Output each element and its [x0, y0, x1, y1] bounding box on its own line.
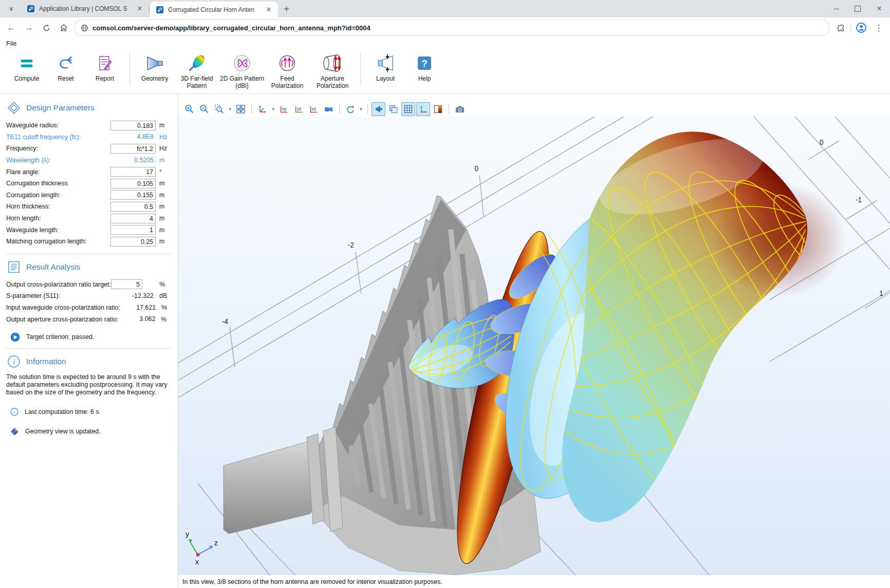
- farfield-3d-button[interactable]: 3D Far-field Pattern: [174, 49, 219, 93]
- chrome-divider: [850, 23, 851, 32]
- parameter-input[interactable]: 1: [110, 225, 156, 235]
- new-tab-button[interactable]: ＋: [282, 3, 291, 14]
- feed-polarization-button[interactable]: Feed Polarization: [265, 49, 310, 93]
- forward-icon[interactable]: →: [22, 21, 36, 35]
- parameter-row: Input waveguide cross-polarization ratio…: [6, 302, 171, 314]
- comsol-favicon-icon: [156, 6, 164, 14]
- parameter-input[interactable]: 17: [110, 167, 156, 177]
- parameter-input[interactable]: 0.5: [110, 202, 156, 212]
- site-info-globe-icon[interactable]: [81, 24, 88, 32]
- geometry-visibility-icon[interactable]: [372, 102, 385, 116]
- svg-text:i: i: [14, 409, 15, 415]
- aperture-polarization-button[interactable]: Aperture Polarization: [310, 49, 355, 93]
- gain-2d-button[interactable]: 2D Gain Pattern (dBi): [219, 49, 265, 93]
- parameter-unit: %: [158, 304, 171, 311]
- zoom-box-dropdown[interactable]: ▾: [227, 107, 233, 111]
- parameter-row: S-parameter (S11): -12.322 dB: [6, 290, 171, 302]
- info-item-text: Last computation time: 6 s: [25, 408, 99, 415]
- svg-text:0: 0: [474, 165, 478, 173]
- zoom-box-icon[interactable]: [212, 102, 226, 116]
- parameter-unit: Hz: [156, 134, 171, 141]
- parameter-input[interactable]: 4: [110, 214, 156, 223]
- parameter-label: Output aperture cross-polarization ratio…: [6, 316, 118, 323]
- parameter-unit: m: [156, 215, 171, 222]
- parameter-input[interactable]: 0.155: [110, 190, 156, 200]
- rotate-icon[interactable]: [343, 102, 357, 116]
- toolbar-separator: [367, 104, 368, 114]
- tab-close-icon[interactable]: ✕: [136, 5, 144, 13]
- parameter-label: Horn thickness:: [6, 203, 110, 210]
- snapshot-camera-icon[interactable]: [453, 102, 467, 116]
- parameter-row: Corrugation length: 0.155 m: [6, 189, 171, 201]
- browser-tab-application-library[interactable]: Application Library | COMSOL S ✕: [21, 0, 149, 17]
- parameter-input[interactable]: 5: [111, 279, 142, 289]
- parameter-unit: m: [156, 226, 171, 234]
- reload-icon[interactable]: [39, 21, 53, 35]
- info-circle-icon: i: [10, 408, 18, 416]
- design-parameters-rows: Waveguide radius: 0.183 m TE11 cutoff fr…: [6, 120, 171, 248]
- graphics-scene-3d[interactable]: 0 -2 -4 0 -1 1: [178, 117, 890, 575]
- parameter-row: TE11 cutoff frequency (fc): 4.8E8 Hz: [6, 131, 171, 143]
- help-button[interactable]: ? Help: [405, 49, 444, 93]
- default-view-icon[interactable]: [255, 102, 269, 116]
- graphics-pane: ▾ ▾ xy yz xz ▾: [178, 94, 890, 588]
- reset-button[interactable]: Reset: [46, 49, 85, 93]
- parameter-row: Matching corrugation length: 0.25 m: [6, 236, 171, 248]
- settings-panel: Design Parameters Waveguide radius: 0.18…: [0, 94, 178, 588]
- parameter-input[interactable]: fc*1.2: [110, 144, 156, 154]
- xy-view-icon[interactable]: xy: [277, 102, 291, 116]
- ribbon-divider: [360, 52, 361, 85]
- parameter-value: 17.621: [120, 303, 158, 313]
- file-menu[interactable]: File: [6, 40, 16, 47]
- rotate-dropdown[interactable]: ▾: [358, 107, 364, 111]
- report-button[interactable]: Report: [85, 49, 124, 93]
- close-window-button[interactable]: ×: [868, 1, 890, 16]
- parameter-input[interactable]: 0.105: [110, 179, 156, 188]
- parameter-unit: %: [157, 316, 171, 323]
- extensions-puzzle-icon[interactable]: [833, 21, 847, 35]
- parameter-unit: Hz: [156, 145, 171, 152]
- url-bar[interactable]: comsol.com/server-demo/app/library_corru…: [74, 20, 830, 36]
- browser-tabstrip: ∨ Application Library | COMSOL S ✕ Corru…: [0, 0, 890, 17]
- compute-button[interactable]: Compute: [7, 49, 46, 93]
- scene-light-icon[interactable]: [322, 102, 336, 116]
- farfield-3d-icon: [187, 52, 207, 74]
- parameter-label: Wavelength (λ):: [6, 157, 110, 164]
- geometry-button[interactable]: Geometry: [135, 49, 174, 93]
- layout-button[interactable]: Layout: [366, 49, 405, 93]
- last-computation-time: i Last computation time: 6 s: [10, 408, 171, 416]
- browser-tab-horn-antenna[interactable]: Corrugated Circular Horn Anten ✕: [150, 2, 278, 17]
- parameter-input[interactable]: 0.25: [110, 237, 156, 246]
- parameter-row: Output aperture cross-polarization ratio…: [6, 313, 171, 325]
- aperture-polarization-icon: [321, 52, 344, 74]
- parameter-unit: m: [156, 238, 171, 245]
- minimize-button[interactable]: [825, 1, 847, 16]
- xz-view-icon[interactable]: xz: [307, 102, 321, 116]
- tab-title: Application Library | COMSOL S: [39, 5, 132, 12]
- transparency-icon[interactable]: [386, 102, 400, 116]
- grid-toggle-icon[interactable]: [401, 102, 415, 116]
- tab-search-chevron-icon[interactable]: ∨: [4, 2, 18, 16]
- parameter-row: Horn thickness: 0.5 m: [6, 201, 171, 213]
- parameter-input[interactable]: 0.183: [110, 121, 156, 130]
- svg-text:1: 1: [879, 290, 883, 297]
- parameter-label: Input waveguide cross-polarization ratio…: [6, 304, 120, 311]
- back-icon[interactable]: ←: [4, 21, 18, 35]
- zoom-extents-icon[interactable]: [234, 102, 248, 116]
- yz-view-icon[interactable]: yz: [292, 102, 306, 116]
- parameter-value: 4.8E8: [110, 132, 156, 142]
- zoom-in-icon[interactable]: [182, 102, 196, 116]
- home-icon[interactable]: [57, 21, 71, 35]
- maximize-button[interactable]: [847, 1, 868, 16]
- color-legend-icon[interactable]: [431, 102, 445, 116]
- default-view-dropdown[interactable]: ▾: [270, 107, 276, 111]
- axes-toggle-icon[interactable]: [416, 102, 430, 116]
- profile-icon[interactable]: [854, 21, 868, 35]
- svg-text:i: i: [13, 357, 15, 366]
- zoom-out-icon[interactable]: [197, 102, 211, 116]
- parameter-unit: °: [156, 168, 171, 176]
- information-header: i Information: [7, 355, 171, 368]
- tab-close-icon[interactable]: ✕: [265, 6, 273, 14]
- design-parameters-header: Design Parameters: [7, 101, 171, 115]
- browser-menu-dots-icon[interactable]: ⋮: [872, 21, 886, 35]
